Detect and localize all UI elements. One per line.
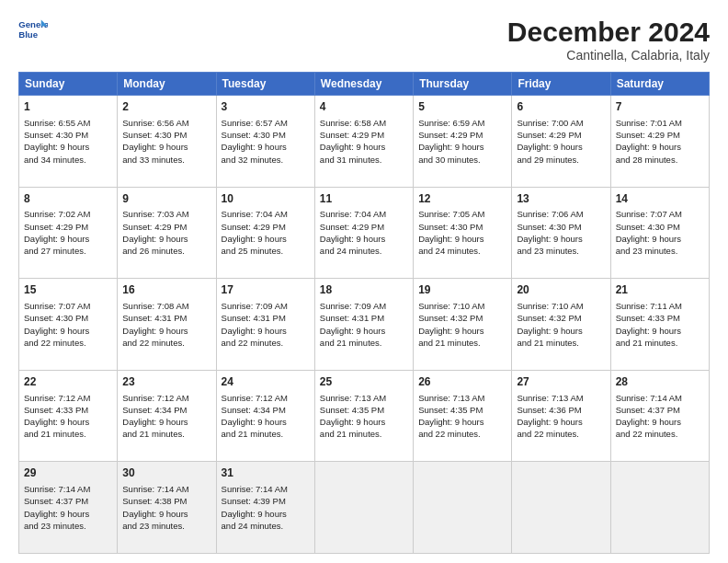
day-info-line: Sunset: 4:31 PM xyxy=(320,312,408,324)
day-number: 5 xyxy=(418,99,506,115)
day-info-line: Sunset: 4:29 PM xyxy=(122,221,210,233)
day-info-line: Daylight: 9 hours xyxy=(24,508,112,520)
calendar-day-cell: 18Sunrise: 7:09 AMSunset: 4:31 PMDayligh… xyxy=(314,279,413,371)
day-number: 25 xyxy=(320,374,408,390)
day-info-line: and 22 minutes. xyxy=(517,428,605,440)
day-info-line: Daylight: 9 hours xyxy=(122,325,210,337)
day-info-line: and 23 minutes. xyxy=(24,520,112,532)
day-info-line: and 23 minutes. xyxy=(616,245,704,257)
day-info-line: and 24 minutes. xyxy=(418,245,506,257)
day-info-line: Sunrise: 7:08 AM xyxy=(122,300,210,312)
day-number: 3 xyxy=(222,99,310,115)
day-info-line: Daylight: 9 hours xyxy=(517,325,605,337)
day-info-line: Sunset: 4:29 PM xyxy=(24,221,112,233)
day-info-line: Sunrise: 7:12 AM xyxy=(122,392,210,404)
day-info-line: Sunset: 4:35 PM xyxy=(418,404,506,416)
calendar-day-cell: 11Sunrise: 7:04 AMSunset: 4:29 PMDayligh… xyxy=(314,187,413,279)
day-info-line: Sunset: 4:39 PM xyxy=(222,495,310,507)
day-info-line: Sunset: 4:30 PM xyxy=(24,312,112,324)
day-info-line: Sunrise: 7:14 AM xyxy=(122,483,210,495)
day-info-line: Daylight: 9 hours xyxy=(517,416,605,428)
calendar-day-cell xyxy=(512,462,610,554)
day-info-line: Daylight: 9 hours xyxy=(122,508,210,520)
day-number: 9 xyxy=(122,191,210,207)
day-info-line: Daylight: 9 hours xyxy=(517,141,605,153)
day-info-line: Daylight: 9 hours xyxy=(222,325,310,337)
day-info-line: Sunrise: 7:10 AM xyxy=(517,300,605,312)
weekday-header: Wednesday xyxy=(314,73,413,96)
day-info-line: Daylight: 9 hours xyxy=(320,325,408,337)
day-info-line: Daylight: 9 hours xyxy=(24,233,112,245)
day-number: 2 xyxy=(122,99,210,115)
day-info-line: Sunrise: 7:09 AM xyxy=(222,300,310,312)
day-number: 14 xyxy=(616,191,704,207)
day-info-line: Sunset: 4:35 PM xyxy=(320,404,408,416)
day-info-line: and 22 minutes. xyxy=(418,428,506,440)
day-info-line: and 26 minutes. xyxy=(122,245,210,257)
day-number: 21 xyxy=(616,282,704,298)
day-info-line: Daylight: 9 hours xyxy=(320,141,408,153)
day-info-line: and 24 minutes. xyxy=(222,520,310,532)
calendar-day-cell: 8Sunrise: 7:02 AMSunset: 4:29 PMDaylight… xyxy=(19,187,118,279)
day-info-line: Sunrise: 7:13 AM xyxy=(517,392,605,404)
day-info-line: Sunset: 4:32 PM xyxy=(418,312,506,324)
day-info-line: Sunrise: 7:14 AM xyxy=(616,392,704,404)
calendar-day-cell: 16Sunrise: 7:08 AMSunset: 4:31 PMDayligh… xyxy=(118,279,216,371)
calendar-day-cell xyxy=(610,462,709,554)
calendar-day-cell: 15Sunrise: 7:07 AMSunset: 4:30 PMDayligh… xyxy=(19,279,118,371)
day-info-line: and 21 minutes. xyxy=(517,337,605,349)
day-info-line: Sunset: 4:30 PM xyxy=(616,221,704,233)
calendar-week-row: 8Sunrise: 7:02 AMSunset: 4:29 PMDaylight… xyxy=(19,187,710,279)
day-info-line: and 22 minutes. xyxy=(24,337,112,349)
day-info-line: and 29 minutes. xyxy=(517,154,605,166)
day-number: 27 xyxy=(517,374,605,390)
day-number: 20 xyxy=(517,282,605,298)
title-block: December 2024 Cantinella, Calabria, Ital… xyxy=(507,17,710,63)
day-info-line: Sunset: 4:30 PM xyxy=(222,129,310,141)
svg-text:Blue: Blue xyxy=(18,29,38,40)
day-info-line: and 22 minutes. xyxy=(222,337,310,349)
day-info-line: Daylight: 9 hours xyxy=(222,141,310,153)
calendar-day-cell: 10Sunrise: 7:04 AMSunset: 4:29 PMDayligh… xyxy=(216,187,314,279)
logo: General Blue xyxy=(18,17,48,42)
page: General Blue December 2024 Cantinella, C… xyxy=(0,0,728,563)
day-info-line: Sunrise: 6:57 AM xyxy=(222,117,310,129)
day-number: 18 xyxy=(320,282,408,298)
day-info-line: and 23 minutes. xyxy=(122,520,210,532)
day-number: 8 xyxy=(24,191,112,207)
calendar-week-row: 1Sunrise: 6:55 AMSunset: 4:30 PMDaylight… xyxy=(19,96,710,188)
day-number: 26 xyxy=(418,374,506,390)
calendar-day-cell: 30Sunrise: 7:14 AMSunset: 4:38 PMDayligh… xyxy=(118,462,216,554)
day-info-line: Sunrise: 7:11 AM xyxy=(616,300,704,312)
calendar-day-cell: 1Sunrise: 6:55 AMSunset: 4:30 PMDaylight… xyxy=(19,96,118,188)
day-info-line: Daylight: 9 hours xyxy=(418,233,506,245)
calendar-week-row: 22Sunrise: 7:12 AMSunset: 4:33 PMDayligh… xyxy=(19,370,710,462)
day-number: 4 xyxy=(320,99,408,115)
day-info-line: and 21 minutes. xyxy=(418,337,506,349)
day-info-line: Sunrise: 7:14 AM xyxy=(222,483,310,495)
day-info-line: Daylight: 9 hours xyxy=(122,416,210,428)
day-info-line: and 32 minutes. xyxy=(222,154,310,166)
day-number: 13 xyxy=(517,191,605,207)
day-info-line: Daylight: 9 hours xyxy=(222,233,310,245)
day-info-line: and 22 minutes. xyxy=(122,337,210,349)
day-number: 24 xyxy=(222,374,310,390)
day-info-line: Sunrise: 6:55 AM xyxy=(24,117,112,129)
calendar-week-row: 15Sunrise: 7:07 AMSunset: 4:30 PMDayligh… xyxy=(19,279,710,371)
day-number: 28 xyxy=(616,374,704,390)
main-title: December 2024 xyxy=(507,17,710,48)
calendar-day-cell: 31Sunrise: 7:14 AMSunset: 4:39 PMDayligh… xyxy=(216,462,314,554)
calendar-day-cell: 14Sunrise: 7:07 AMSunset: 4:30 PMDayligh… xyxy=(610,187,709,279)
day-info-line: Sunrise: 7:13 AM xyxy=(418,392,506,404)
weekday-header: Thursday xyxy=(414,73,512,96)
day-info-line: Daylight: 9 hours xyxy=(616,141,704,153)
calendar-day-cell xyxy=(414,462,512,554)
day-info-line: and 30 minutes. xyxy=(418,154,506,166)
day-number: 23 xyxy=(122,374,210,390)
day-info-line: Sunrise: 6:56 AM xyxy=(122,117,210,129)
day-info-line: Sunrise: 7:03 AM xyxy=(122,208,210,220)
day-info-line: Sunrise: 7:04 AM xyxy=(320,208,408,220)
day-info-line: Sunset: 4:36 PM xyxy=(517,404,605,416)
calendar-day-cell: 2Sunrise: 6:56 AMSunset: 4:30 PMDaylight… xyxy=(118,96,216,188)
day-info-line: Sunrise: 6:59 AM xyxy=(418,117,506,129)
